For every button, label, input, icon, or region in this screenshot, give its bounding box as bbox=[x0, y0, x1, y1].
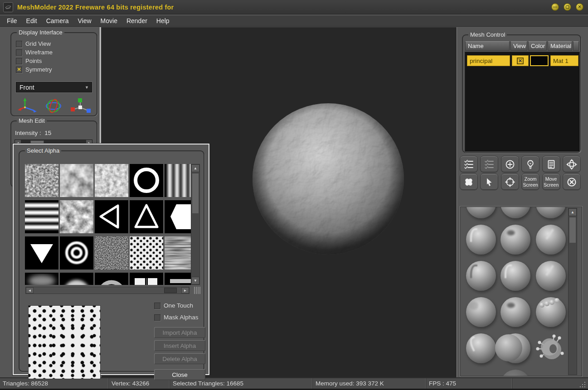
menu-item-file[interactable]: File bbox=[2, 16, 22, 26]
brush-preset-toes[interactable] bbox=[536, 297, 566, 327]
mesh-list-button[interactable] bbox=[460, 156, 478, 173]
alpha-thumb-circle-outline[interactable] bbox=[130, 164, 163, 197]
brush-scrollbar[interactable]: ▲ bbox=[568, 208, 577, 375]
menu-item-edit[interactable]: Edit bbox=[22, 16, 42, 26]
center-target-button[interactable] bbox=[501, 173, 519, 190]
add-mesh-button[interactable] bbox=[501, 156, 519, 173]
brush-preset-crease[interactable] bbox=[466, 261, 496, 291]
alpha-thumb-ring-segment[interactable] bbox=[95, 273, 128, 285]
brush-preset-plain[interactable] bbox=[501, 207, 530, 218]
freeform-tool-button[interactable] bbox=[460, 173, 478, 190]
brush-preset-smudge[interactable] bbox=[466, 297, 496, 327]
view-checkbox[interactable]: ✕ bbox=[517, 58, 524, 64]
close-button[interactable]: Close bbox=[154, 369, 205, 380]
status-bar: Triangles: 86528Vertex: 43266Selected Tr… bbox=[0, 377, 588, 390]
rotate-gizmo-icon[interactable] bbox=[42, 96, 65, 117]
alpha-thumb-triangle-left-outline[interactable] bbox=[95, 200, 128, 233]
alpha-thumb-horizontal-bars[interactable] bbox=[25, 200, 58, 233]
brush-preset-plain[interactable] bbox=[536, 207, 566, 218]
brush-preset-slash2[interactable] bbox=[536, 261, 566, 291]
alpha-thumb-triangle-down-filled[interactable] bbox=[25, 236, 58, 270]
brush-preset-spiky[interactable] bbox=[536, 333, 566, 363]
brush-preset-panel: ▲ T bbox=[460, 207, 582, 376]
brush-preset-dent2[interactable] bbox=[501, 297, 530, 327]
menu-item-view[interactable]: View bbox=[73, 16, 96, 26]
alpha-vscrollbar-thumb[interactable] bbox=[192, 173, 199, 214]
brush-preset-streak[interactable] bbox=[466, 225, 496, 255]
resize-grip[interactable] bbox=[194, 287, 200, 294]
alpha-hscrollbar[interactable]: ◄ ► bbox=[25, 287, 190, 294]
mesh-view-cell[interactable]: ✕ bbox=[512, 55, 529, 66]
scroll-up-icon[interactable]: ▲ bbox=[569, 208, 577, 216]
import-alpha-button[interactable]: Import Alpha bbox=[154, 327, 205, 338]
menu-item-render[interactable]: Render bbox=[122, 16, 152, 26]
alpha-thumb-white-blocks[interactable] bbox=[130, 273, 163, 285]
delete-alpha-button[interactable]: Delete Alpha bbox=[154, 353, 205, 364]
lighting-button[interactable] bbox=[521, 156, 539, 173]
brush-toe-mark bbox=[549, 300, 554, 305]
alpha-thumb-soft-smudge[interactable] bbox=[25, 273, 58, 285]
alpha-thumb-croc-scales[interactable] bbox=[60, 164, 93, 197]
alpha-thumb-triangle-up-outline[interactable] bbox=[130, 200, 163, 233]
column-header-name[interactable]: Name bbox=[465, 41, 510, 51]
checkbox-points[interactable] bbox=[16, 58, 22, 64]
column-header-color[interactable]: Color bbox=[528, 41, 547, 51]
insert-alpha-button[interactable]: Insert Alpha bbox=[154, 340, 205, 351]
brush-preset-hook[interactable] bbox=[501, 261, 530, 291]
alpha-thumb-pebble-scales[interactable] bbox=[60, 200, 93, 233]
alpha-thumb-concentric-rings[interactable] bbox=[60, 236, 93, 270]
brush-preset-curl[interactable] bbox=[466, 333, 496, 363]
scroll-right-icon[interactable]: ► bbox=[181, 287, 189, 294]
alpha-thumb-rough-surface[interactable] bbox=[95, 164, 128, 197]
scroll-up-icon[interactable]: ▲ bbox=[191, 164, 199, 172]
alpha-thumb-sparse-speckle[interactable] bbox=[95, 236, 128, 270]
checkbox-mask-alphas[interactable] bbox=[154, 314, 160, 321]
alpha-thumb-gray-bar[interactable] bbox=[165, 273, 191, 285]
mesh-color-swatch[interactable] bbox=[530, 55, 549, 66]
window-resize-grip[interactable] bbox=[580, 382, 586, 388]
mesh-name-cell[interactable]: principal bbox=[467, 55, 510, 66]
checkbox-wireframe[interactable] bbox=[16, 49, 22, 56]
menu-item-help[interactable]: Help bbox=[152, 16, 174, 26]
alpha-thumb-hexagon-filled[interactable] bbox=[165, 200, 191, 233]
checkbox-symmetry[interactable]: ✕ bbox=[16, 67, 22, 73]
scroll-left-icon[interactable]: ◄ bbox=[26, 287, 34, 294]
column-header-extra[interactable] bbox=[573, 41, 579, 51]
column-header-material[interactable]: Material bbox=[548, 41, 572, 51]
select-cursor-button[interactable] bbox=[480, 173, 498, 190]
delete-mesh-button[interactable] bbox=[563, 173, 581, 190]
zoom-screen-button[interactable]: ZoomScreen bbox=[521, 173, 539, 190]
checkbox-grid-view[interactable] bbox=[16, 41, 22, 47]
checkbox-one-touch[interactable] bbox=[154, 303, 160, 309]
mesh-list[interactable]: principal✕Mat 1 bbox=[465, 52, 580, 152]
close-button[interactable]: ✕ bbox=[576, 3, 583, 11]
alpha-vscrollbar[interactable]: ▲ ▼ bbox=[191, 164, 200, 285]
translate-gizmo-icon[interactable] bbox=[15, 96, 39, 117]
brush-preset-faint[interactable] bbox=[501, 370, 530, 376]
brush-preset-slash[interactable] bbox=[536, 225, 566, 255]
brush-preset-dent[interactable] bbox=[501, 225, 530, 255]
notes-list-button[interactable] bbox=[542, 156, 560, 173]
menu-item-movie[interactable]: Movie bbox=[96, 16, 122, 26]
menu-item-camera[interactable]: Camera bbox=[42, 16, 73, 26]
view-direction-select[interactable]: Front ▼ bbox=[16, 82, 92, 92]
minimize-button[interactable]: — bbox=[551, 3, 559, 11]
alpha-thumb-vertical-bars[interactable] bbox=[165, 164, 191, 197]
brush-preset-double[interactable] bbox=[501, 333, 530, 363]
column-header-view[interactable]: View bbox=[510, 41, 527, 51]
alpha-thumb-dot-holes[interactable] bbox=[130, 236, 163, 270]
move-screen-button[interactable]: MoveScreen bbox=[542, 173, 560, 190]
mesh-material-cell[interactable]: Mat 1 bbox=[550, 55, 578, 66]
brush-scrollbar-thumb[interactable] bbox=[569, 217, 576, 243]
brush-preset-plain[interactable] bbox=[466, 207, 496, 218]
orbit-gizmo-button[interactable] bbox=[563, 156, 581, 173]
scroll-down-icon[interactable]: ▼ bbox=[191, 277, 199, 284]
mesh-list-alt-button[interactable] bbox=[480, 156, 498, 173]
maximize-button[interactable]: ▢ bbox=[564, 3, 571, 11]
sculpted-sphere[interactable] bbox=[250, 101, 406, 257]
alpha-thumb-dome[interactable] bbox=[60, 273, 93, 285]
alpha-hscrollbar-thumb[interactable] bbox=[164, 288, 177, 293]
alpha-thumb-spotted-noise[interactable] bbox=[25, 164, 58, 197]
scale-gizmo-icon[interactable] bbox=[68, 96, 92, 117]
alpha-thumb-scratch-noise[interactable] bbox=[165, 236, 191, 270]
